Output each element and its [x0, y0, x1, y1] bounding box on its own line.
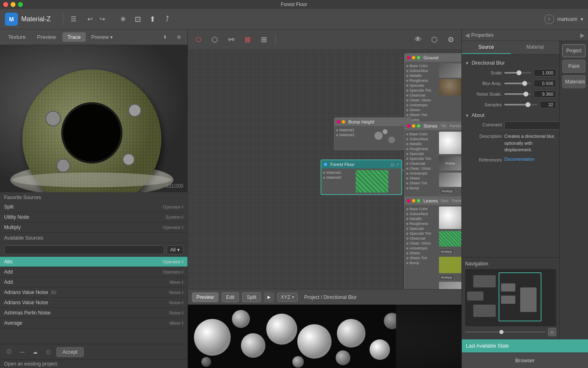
minus-icon[interactable]: —	[17, 347, 27, 357]
undo-button[interactable]: ↩	[84, 13, 96, 25]
svg-point-23	[297, 324, 332, 359]
upload-tool[interactable]: ⬆	[146, 13, 159, 26]
info-icon[interactable]: i	[544, 14, 554, 24]
side-buttons: Project Paint Materials	[559, 41, 588, 339]
tab-source[interactable]: Source	[462, 41, 511, 54]
documentation-link[interactable]: Documentation	[504, 157, 535, 162]
tab-material[interactable]: Material	[511, 41, 560, 54]
node-leaves[interactable]: Leaves Disc Transform Displace Base Colo…	[404, 196, 461, 289]
avail-item-abs[interactable]: Abs Operator-I	[0, 257, 187, 267]
tab-texture[interactable]: Texture	[3, 32, 31, 42]
status-text: Open an existing project.	[4, 361, 58, 367]
nav-expand-button[interactable]: ⊡	[548, 328, 556, 336]
right-tabs: Source Material	[462, 41, 559, 54]
redo-button[interactable]: ↪	[96, 13, 108, 25]
settings-tab-action[interactable]: ⚙	[174, 32, 184, 43]
favorite-item-multiply[interactable]: Multiply Operator-I	[0, 222, 187, 233]
preview-btn-edit[interactable]: Edit	[222, 292, 239, 302]
favorite-sources-list: Split Operator-I Utility Node System-I M…	[0, 202, 187, 233]
app-icon: M	[5, 13, 18, 26]
share-bottom-icon[interactable]: ⬡	[43, 347, 53, 357]
scale-slider[interactable]	[504, 70, 531, 76]
share-tool[interactable]: ⤴	[160, 13, 174, 26]
samples-value[interactable]: 32	[540, 101, 556, 108]
svg-point-24	[337, 319, 365, 348]
mini-preview-content	[188, 305, 461, 368]
node-tool-connect[interactable]: ⬡	[192, 33, 205, 46]
node-ground[interactable]: Ground × Base Color Subsurface Metallic …	[404, 53, 461, 124]
tab-trace[interactable]: Trace	[62, 32, 86, 42]
tab-preview-left[interactable]: Preview	[32, 32, 61, 42]
node-tool-arrange[interactable]: ⬡	[208, 33, 221, 46]
blur-amp-slider[interactable]	[504, 80, 531, 87]
comment-input[interactable]	[504, 121, 559, 130]
favorite-item-split[interactable]: Split Operator-I	[0, 202, 187, 212]
close-button[interactable]	[3, 2, 8, 7]
preview-btn-preview[interactable]: Preview	[192, 292, 218, 302]
node-bump-height[interactable]: Bump Height Material1 Material2	[334, 117, 412, 150]
blur-amp-value[interactable]: 0.936	[534, 80, 556, 87]
avail-item-adrians[interactable]: Adrians Value Noise Noise-I	[0, 298, 187, 308]
preview-path: Project / Directional Blur	[304, 294, 357, 300]
xyz-dropdown[interactable]: XYZ ▾	[277, 293, 298, 302]
preview-play-btn[interactable]: ▶	[264, 292, 274, 302]
node-canvas[interactable]: Ground × Base Color Subsurface Metallic …	[188, 50, 461, 289]
traffic-lights[interactable]	[3, 2, 23, 7]
about-comment-row: Comment	[465, 120, 556, 131]
navigation-section: Navigation	[462, 257, 559, 339]
avail-item-add-mx[interactable]: Add Mixer-I	[0, 277, 187, 287]
node-tool-settings[interactable]: ⚙	[444, 33, 457, 46]
square-tool[interactable]: ⊡	[131, 13, 144, 26]
node-tool-disconnect[interactable]: ⊠	[241, 33, 254, 46]
node-stones[interactable]: Stones Tile Random Base Color Subsurface…	[404, 121, 461, 209]
left-panel: Texture Preview Trace Preview ▾ ⬆ ⚙	[0, 29, 188, 368]
svg-point-11	[57, 159, 70, 172]
svg-point-27	[336, 350, 350, 365]
maximize-button[interactable]	[18, 2, 23, 7]
search-input[interactable]	[4, 245, 164, 254]
avail-item-adrians-3d[interactable]: Adrians Value Noise 3D Noise-I	[0, 287, 187, 298]
node-forest-floor[interactable]: Forest Floor ⊡ ↗ Material1 Material2	[321, 159, 402, 195]
side-btn-project[interactable]: Project	[562, 44, 586, 57]
about-description-row: Description Creates a directional blur,o…	[465, 131, 556, 155]
preview-counter: 031/200	[166, 183, 183, 189]
accept-button[interactable]: Accept	[56, 347, 84, 357]
hamburger-menu[interactable]: ☰	[67, 13, 80, 25]
asterisk-tool[interactable]: ✳	[116, 13, 129, 26]
collapse-button[interactable]: ▶	[580, 32, 585, 38]
upload-tab-action[interactable]: ⬆	[160, 32, 170, 43]
tab-actions: ⬆ ⚙	[160, 32, 184, 43]
node-tool-share[interactable]: ⬡	[428, 33, 441, 46]
browser-button[interactable]: Browser	[462, 352, 588, 368]
nav-zoom-slider[interactable]	[465, 329, 546, 335]
preview-btn-split[interactable]: Split	[242, 292, 261, 302]
favorite-item-utility[interactable]: Utility Node System-I	[0, 212, 187, 222]
directional-blur-section[interactable]: ▼ Directional Blur	[465, 58, 556, 67]
node-tool-right: 👁 ⬡ ⚙	[412, 33, 457, 46]
avail-item-average[interactable]: Average Mixer-I	[0, 318, 187, 328]
avail-item-add-op[interactable]: Add Operator-I	[0, 267, 187, 277]
nav-canvas[interactable]	[465, 269, 556, 326]
avail-item-ashimas[interactable]: Ashimas Perlin Noise Noise-I	[0, 308, 187, 318]
about-section[interactable]: ▼ About	[465, 110, 556, 120]
minimize-button[interactable]	[11, 2, 16, 7]
node-tool-eye[interactable]: 👁	[412, 33, 425, 46]
noise-scale-slider[interactable]	[504, 91, 531, 97]
prop-row-samples: Samples 32	[465, 99, 556, 110]
tab-preview-dropdown[interactable]: Preview ▾	[87, 33, 117, 42]
node-tool-add[interactable]: ⊞	[257, 33, 270, 46]
filter-dropdown[interactable]: All ▾	[167, 245, 183, 254]
center-panel: ⬡ ⬡ ⚯ ⊠ ⊞ 👁 ⬡ ⚙	[188, 29, 461, 368]
noise-scale-value[interactable]: 9.360	[534, 90, 556, 98]
samples-slider[interactable]	[504, 101, 537, 108]
node-tool-link[interactable]: ⚯	[225, 33, 238, 46]
username: markusm	[557, 16, 577, 22]
svg-point-10	[129, 104, 141, 117]
info-bottom-icon[interactable]: ⓘ	[4, 347, 14, 357]
user-dropdown-arrow[interactable]: ▾	[581, 16, 583, 22]
side-btn-materials[interactable]: Materials	[562, 75, 586, 88]
cloud-icon[interactable]: ☁	[30, 347, 40, 357]
side-btn-paint[interactable]: Paint	[562, 60, 586, 73]
menu-bar: M Material-Z ☰ ↩ ↪ ✳ ⊡ ⬆ ⤴ i markusm ▾	[0, 9, 588, 29]
scale-value[interactable]: 1.000	[534, 69, 556, 76]
